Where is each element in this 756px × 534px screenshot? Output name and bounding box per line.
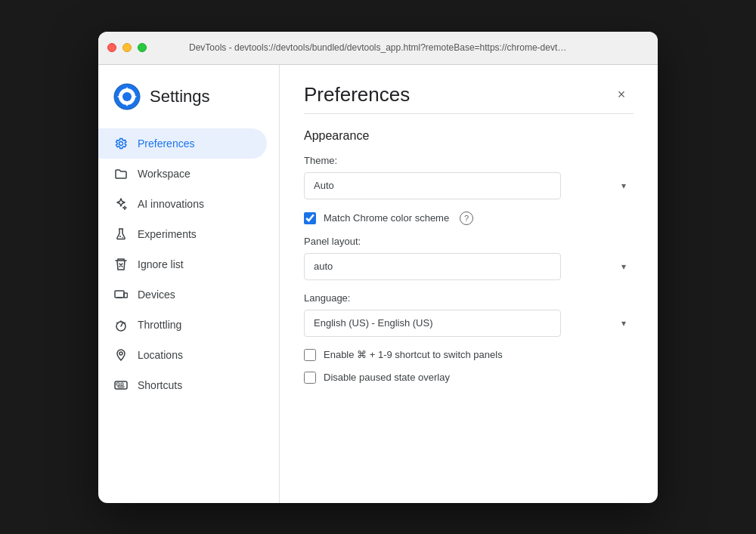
shortcut-switch-panels-checkbox[interactable]	[304, 349, 316, 361]
panel-title: Preferences	[304, 83, 410, 106]
sidebar-item-devices[interactable]: Devices	[98, 279, 267, 310]
panel-layout-select-wrapper: auto horizontal vertical ▾	[304, 253, 634, 280]
sidebar: Settings Preferences Workspa	[98, 65, 280, 503]
sidebar-item-throttling[interactable]: Throttling	[98, 310, 267, 340]
minimize-traffic-light[interactable]	[122, 43, 132, 52]
language-select-arrow: ▾	[621, 318, 626, 329]
svg-rect-6	[124, 293, 128, 298]
preferences-icon	[113, 136, 129, 151]
sidebar-item-shortcuts[interactable]: Shortcuts	[98, 370, 267, 400]
svg-rect-10	[116, 383, 119, 385]
sidebar-item-preferences[interactable]: Preferences	[98, 128, 267, 159]
panel-layout-select[interactable]: auto horizontal vertical	[304, 253, 561, 280]
close-traffic-light[interactable]	[107, 43, 116, 52]
experiments-icon	[113, 227, 129, 242]
match-chrome-color-label: Match Chrome color scheme	[324, 212, 449, 224]
svg-rect-5	[115, 291, 124, 298]
main-panel: Preferences × Appearance Theme: Auto Lig…	[280, 65, 658, 503]
appearance-section: Appearance Theme: Auto Light Dark System…	[304, 129, 634, 384]
ai-innovations-label: AI innovations	[138, 198, 204, 210]
svg-point-2	[122, 92, 132, 101]
chrome-devtools-icon	[113, 83, 141, 110]
header-divider	[304, 113, 634, 114]
devices-icon	[113, 287, 129, 302]
match-chrome-color-row: Match Chrome color scheme ?	[304, 211, 634, 225]
theme-select-wrapper: Auto Light Dark System preference ▾	[304, 172, 634, 199]
disable-paused-overlay-checkbox[interactable]	[304, 372, 316, 384]
locations-label: Locations	[138, 349, 183, 361]
theme-select-arrow: ▾	[621, 181, 626, 191]
preferences-label: Preferences	[138, 137, 194, 150]
language-select-wrapper: English (US) - English (US) System prefe…	[304, 310, 634, 337]
disable-paused-overlay-row: Disable paused state overlay	[304, 372, 634, 384]
shortcuts-label: Shortcuts	[138, 379, 182, 391]
shortcuts-icon	[113, 378, 129, 393]
settings-header: Settings	[98, 83, 279, 128]
ignore-list-label: Ignore list	[138, 258, 184, 270]
sidebar-item-workspace[interactable]: Workspace	[98, 159, 267, 189]
panel-layout-select-arrow: ▾	[621, 261, 626, 272]
svg-point-3	[119, 236, 121, 237]
ai-innovations-icon	[113, 196, 129, 211]
ignore-list-icon	[113, 257, 129, 272]
titlebar: DevTools - devtools://devtools/bundled/d…	[98, 32, 658, 65]
sidebar-item-ignore-list[interactable]: Ignore list	[98, 249, 267, 279]
svg-point-8	[119, 352, 122, 355]
sidebar-item-locations[interactable]: Locations	[98, 340, 267, 370]
shortcut-switch-panels-row: Enable ⌘ + 1-9 shortcut to switch panels	[304, 349, 634, 361]
sidebar-item-ai-innovations[interactable]: AI innovations	[98, 189, 267, 219]
svg-point-4	[122, 236, 123, 238]
shortcut-switch-panels-label: Enable ⌘ + 1-9 shortcut to switch panels	[324, 349, 503, 360]
sidebar-item-experiments[interactable]: Experiments	[98, 219, 267, 249]
theme-label: Theme:	[304, 155, 634, 166]
language-label: Language:	[304, 292, 634, 304]
experiments-label: Experiments	[138, 228, 197, 240]
disable-paused-overlay-label: Disable paused state overlay	[324, 372, 450, 383]
settings-content: Settings Preferences Workspa	[98, 65, 658, 503]
close-button[interactable]: ×	[609, 83, 634, 107]
panel-layout-label: Panel layout:	[304, 236, 634, 247]
svg-rect-11	[121, 383, 123, 385]
settings-title: Settings	[150, 87, 210, 106]
throttling-icon	[113, 317, 129, 332]
match-chrome-help-icon[interactable]: ?	[460, 211, 473, 225]
appearance-title: Appearance	[304, 129, 634, 143]
window-title: DevTools - devtools://devtools/bundled/d…	[189, 42, 567, 53]
locations-icon	[113, 347, 129, 363]
svg-rect-12	[118, 386, 124, 387]
language-select[interactable]: English (US) - English (US) System prefe…	[304, 310, 561, 337]
maximize-traffic-light[interactable]	[138, 43, 147, 52]
throttling-label: Throttling	[138, 319, 181, 331]
match-chrome-color-checkbox[interactable]	[304, 212, 316, 224]
workspace-label: Workspace	[138, 168, 191, 180]
devtools-window: DevTools - devtools://devtools/bundled/d…	[98, 32, 658, 503]
devices-label: Devices	[138, 289, 175, 301]
panel-header: Preferences ×	[304, 83, 634, 107]
theme-select[interactable]: Auto Light Dark System preference	[304, 172, 561, 199]
workspace-icon	[113, 166, 129, 181]
